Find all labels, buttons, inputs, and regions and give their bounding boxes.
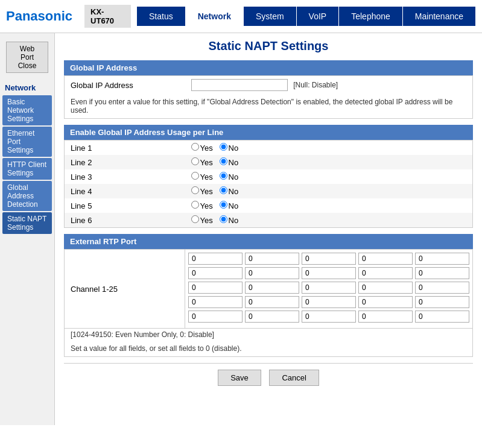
nav-voip[interactable]: VoIP [297,7,340,26]
rtp-r1-c2[interactable] [245,253,299,265]
rtp-inputs [185,250,472,328]
line-1-label: Line 1 [65,140,185,156]
line-6-label: Line 6 [65,213,185,228]
sidebar-item-static-napt[interactable]: Static NAPT Settings [2,212,52,234]
model-label: KX-UT670 [84,5,131,28]
line-2-label: Line 2 [65,155,185,169]
line-2-no-label: No [229,158,239,167]
rtp-r5-c2[interactable] [245,311,299,323]
sidebar: Web Port Close Network Basic Network Set… [0,33,55,425]
rtp-note: [1024-49150: Even Number Only, 0: Disabl… [65,328,472,341]
rtp-section-header: External RTP Port [64,234,473,249]
line-3-yes-radio[interactable] [191,172,199,180]
main-content: Static NAPT Settings Global IP Address G… [55,33,482,425]
line-1-radio-cell: Yes No [185,140,473,156]
sidebar-item-ethernet[interactable]: Ethernet Port Settings [2,127,52,157]
sidebar-item-http-client[interactable]: HTTP Client Settings [2,158,52,180]
rtp-r2-c4[interactable] [358,267,413,279]
page-title: Static NAPT Settings [64,39,473,53]
rtp-r5-c3[interactable] [302,311,356,323]
global-ip-label: Global IP Address [65,76,185,95]
global-ip-section-header: Global IP Address [64,60,473,75]
nav-system[interactable]: System [244,7,297,26]
rtp-r4-c2[interactable] [245,296,299,308]
rtp-r5-c4[interactable] [358,311,413,323]
line-6-no-radio[interactable] [220,215,227,223]
rtp-row-4 [188,296,469,308]
rtp-r4-c5[interactable] [415,296,469,308]
line-2-no-radio[interactable] [220,157,227,165]
rtp-r2-c2[interactable] [245,267,299,279]
rtp-r2-c1[interactable] [188,267,243,279]
line-6-row: Line 6 Yes No [65,213,473,228]
rtp-footer: Set a value for all fields, or set all f… [65,341,472,356]
rtp-r3-c1[interactable] [188,282,243,294]
sidebar-item-global-address[interactable]: Global Address Detection [2,181,52,211]
line-6-no-label: No [229,216,239,225]
rtp-r3-c3[interactable] [302,282,356,294]
line-6-yes-radio[interactable] [191,215,199,223]
line-3-no-label: No [229,172,239,181]
line-2-radio-cell: Yes No [185,155,473,169]
line-5-radio-cell: Yes No [185,198,473,213]
rtp-r4-c3[interactable] [302,296,356,308]
rtp-r1-c3[interactable] [302,253,356,265]
line-3-row: Line 3 Yes No [65,169,473,184]
line-5-label: Line 5 [65,198,185,213]
nav-network[interactable]: Network [186,7,244,26]
line-5-yes-label: Yes [200,201,213,210]
rtp-r1-c1[interactable] [188,253,243,265]
line-4-no-radio[interactable] [220,186,227,194]
cancel-button[interactable]: Cancel [269,370,319,386]
line-2-yes-radio[interactable] [191,157,199,165]
line-3-label: Line 3 [65,169,185,184]
line-1-no-label: No [229,144,239,153]
rtp-row-2 [188,267,469,279]
panasonic-logo: Panasonic [6,8,72,24]
line-3-no-radio[interactable] [220,172,227,180]
rtp-r3-c5[interactable] [415,282,469,294]
rtp-r5-c5[interactable] [415,311,469,323]
nav-telephone[interactable]: Telephone [339,7,403,26]
rtp-r4-c1[interactable] [188,296,243,308]
line-4-radio-cell: Yes No [185,184,473,198]
save-button[interactable]: Save [218,370,261,386]
global-ip-input[interactable] [191,79,288,91]
line-1-yes-radio[interactable] [191,143,199,151]
rtp-r1-c4[interactable] [358,253,413,265]
rtp-row-1 [188,253,469,265]
line-4-label: Line 4 [65,184,185,198]
nav-status[interactable]: Status [137,7,186,26]
line-5-yes-radio[interactable] [191,201,199,209]
line-3-yes-label: Yes [200,172,213,181]
rtp-r1-c5[interactable] [415,253,469,265]
rtp-r5-c1[interactable] [188,311,243,323]
line-4-yes-radio[interactable] [191,186,199,194]
global-ip-value-cell: [Null: Disable] [185,76,473,95]
rtp-r3-c2[interactable] [245,282,299,294]
line-5-no-radio[interactable] [220,201,227,209]
rtp-row-3 [188,282,469,294]
main-nav: Status Network System VoIP Telephone Mai… [137,7,476,26]
line-5-row: Line 5 Yes No [65,198,473,213]
line-1-yes-label: Yes [200,144,213,153]
line-4-yes-label: Yes [200,187,213,196]
global-ip-table: Global IP Address [Null: Disable] Even i… [64,75,473,119]
web-port-close-container: Web Port Close [6,42,48,73]
line-2-yes-label: Yes [200,158,213,167]
rtp-r3-c4[interactable] [358,282,413,294]
rtp-r2-c5[interactable] [415,267,469,279]
rtp-r2-c3[interactable] [302,267,356,279]
rtp-r4-c4[interactable] [358,296,413,308]
line-4-row: Line 4 Yes No [65,184,473,198]
line-6-yes-label: Yes [200,216,213,225]
sidebar-item-basic-network[interactable]: Basic Network Settings [2,95,52,125]
nav-maintenance[interactable]: Maintenance [403,7,476,26]
enable-global-section-header: Enable Global IP Address Usage per Line [64,125,473,140]
line-6-radio-cell: Yes No [185,213,473,228]
rtp-inner: Channel 1-25 [65,250,472,328]
rtp-row-5 [188,311,469,323]
web-port-close-button[interactable]: Web Port Close [6,42,48,73]
line-1-no-radio[interactable] [220,143,227,151]
sidebar-section-network: Network [0,80,54,94]
